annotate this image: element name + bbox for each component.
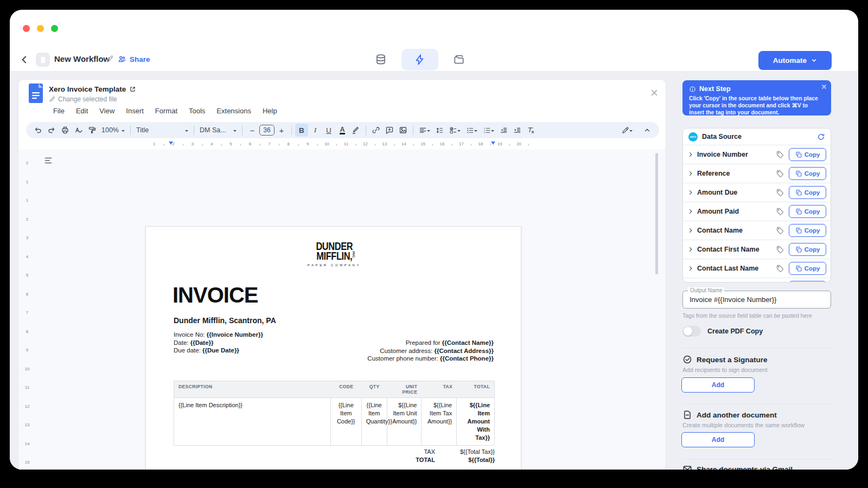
data-source-row[interactable]: Amount Due Copy: [683, 183, 831, 202]
create-pdf-toggle[interactable]: [682, 326, 701, 337]
vertical-scrollbar-thumb[interactable]: [655, 153, 658, 274]
copy-button[interactable]: Copy: [789, 243, 826, 256]
text-color-button[interactable]: A: [336, 124, 349, 137]
add-document-button[interactable]: Add: [681, 432, 755, 447]
italic-button[interactable]: I: [309, 124, 322, 137]
bold-button[interactable]: B: [295, 124, 308, 137]
increase-indent-icon[interactable]: [511, 124, 524, 137]
underline-button[interactable]: U: [322, 124, 335, 137]
copy-button[interactable]: Copy: [789, 167, 826, 180]
decrease-indent-icon[interactable]: [497, 124, 510, 137]
data-source-row[interactable]: Contact Last Name Copy: [683, 259, 831, 278]
copy-button[interactable]: Copy: [789, 186, 826, 199]
tag-icon: [776, 245, 784, 254]
copy-button[interactable]: Copy: [789, 262, 826, 275]
data-source-step-icon[interactable]: [374, 53, 387, 66]
maximize-window-button[interactable]: [51, 25, 58, 32]
chevron-right-icon[interactable]: [687, 170, 694, 177]
info-icon: [689, 86, 696, 93]
refresh-icon[interactable]: [817, 133, 825, 141]
app-window: New Workflow Share Automate Xero Invoice…: [10, 10, 858, 470]
insert-image-icon[interactable]: [397, 124, 410, 137]
checklist-icon[interactable]: [447, 124, 463, 137]
bulleted-list-icon[interactable]: [464, 124, 480, 137]
chevron-right-icon[interactable]: [687, 189, 694, 196]
chevron-right-icon[interactable]: [687, 265, 694, 272]
collapse-toolbar-icon[interactable]: [641, 124, 654, 137]
pencil-icon: [49, 96, 55, 102]
document-page[interactable]: DUNDER MIFFLIN, INC. PAPER COMPANY INVOI…: [145, 226, 521, 470]
change-selected-file-button[interactable]: Change selected file: [49, 95, 117, 103]
zoom-select[interactable]: 100%: [99, 126, 127, 134]
add-signature-button[interactable]: Add: [681, 377, 755, 393]
menu-insert[interactable]: Insert: [126, 107, 144, 115]
close-next-step-icon[interactable]: [821, 84, 827, 90]
menu-help[interactable]: Help: [263, 107, 277, 115]
add-comment-icon[interactable]: [383, 124, 396, 137]
menu-format[interactable]: Format: [155, 107, 177, 115]
menu-tools[interactable]: Tools: [189, 107, 205, 115]
rename-pencil-icon[interactable]: [105, 55, 114, 63]
copy-button[interactable]: Copy: [789, 224, 826, 237]
numbered-list-icon[interactable]: 123: [481, 124, 497, 137]
data-source-row-partial[interactable]: [683, 278, 831, 282]
spellcheck-icon[interactable]: [72, 124, 85, 137]
paragraph-style-select[interactable]: Title: [134, 126, 190, 134]
clear-formatting-icon[interactable]: [525, 124, 538, 137]
menu-extensions[interactable]: Extensions: [216, 107, 251, 115]
data-source-table: xero Data Source Invoice Number Copy Ref…: [682, 128, 831, 282]
menu-view[interactable]: View: [99, 107, 114, 115]
tag-icon: [776, 169, 784, 178]
automation-step-selected[interactable]: [401, 49, 438, 70]
insert-link-icon[interactable]: [369, 124, 382, 137]
increase-font-size-icon[interactable]: +: [275, 124, 288, 137]
file-title-link[interactable]: Xero Invoice Template: [49, 85, 136, 93]
ruler-number: 14: [399, 142, 408, 146]
chevron-right-icon[interactable]: [687, 246, 694, 253]
chevron-right-icon[interactable]: [687, 151, 694, 158]
tax-total-row: TAX ${{Total Tax}}: [174, 448, 495, 455]
undo-icon[interactable]: [31, 124, 44, 137]
next-step-callout: Next Step Click 'Copy' in the source tab…: [682, 80, 831, 115]
menu-edit[interactable]: Edit: [76, 107, 88, 115]
editing-mode-select[interactable]: [617, 124, 636, 137]
document-outline-icon[interactable]: [43, 156, 54, 166]
data-source-row[interactable]: Contact First Name Copy: [683, 240, 831, 259]
create-pdf-row: Create PDF Copy: [682, 326, 763, 337]
ruler-number: 2: [22, 160, 33, 165]
data-source-row[interactable]: Contact Name Copy: [683, 221, 831, 240]
signature-badge-check-icon: [682, 355, 692, 364]
back-button[interactable]: [20, 55, 29, 65]
print-icon[interactable]: [59, 124, 72, 137]
copy-button[interactable]: Copy: [789, 205, 826, 218]
font-select[interactable]: DM Sa...: [197, 126, 239, 134]
window-controls: [23, 25, 58, 32]
decrease-font-size-icon[interactable]: −: [246, 124, 259, 137]
menu-file[interactable]: File: [53, 107, 65, 115]
share-button[interactable]: Share: [118, 55, 150, 63]
indent-marker-right[interactable]: [491, 142, 495, 145]
output-name-field[interactable]: Output Name: [682, 291, 831, 309]
data-source-row[interactable]: Invoice Number Copy: [683, 145, 831, 164]
minimize-window-button[interactable]: [37, 25, 44, 32]
close-window-button[interactable]: [23, 25, 30, 32]
close-document-panel-icon[interactable]: [649, 88, 659, 98]
docs-toolbar: 100% Title DM Sa... − 36 + B I U A: [26, 122, 659, 138]
copy-button[interactable]: [789, 281, 826, 282]
data-source-row[interactable]: Amount Paid Copy: [683, 202, 831, 221]
paint-format-icon[interactable]: [86, 124, 99, 137]
chevron-right-icon[interactable]: [687, 208, 694, 215]
line-spacing-icon[interactable]: [433, 124, 446, 137]
output-folder-step-icon[interactable]: [452, 53, 465, 66]
redo-icon[interactable]: [45, 124, 58, 137]
output-name-input[interactable]: [690, 291, 825, 307]
ruler-number: 4: [207, 142, 216, 146]
copy-button[interactable]: Copy: [789, 148, 826, 161]
font-size-input[interactable]: 36: [259, 125, 275, 136]
chevron-right-icon[interactable]: [687, 227, 694, 234]
highlight-color-icon[interactable]: [349, 124, 362, 137]
data-source-row[interactable]: Reference Copy: [683, 164, 831, 183]
align-select-icon[interactable]: [417, 124, 433, 137]
ruler-number: 19: [495, 142, 504, 146]
automate-button[interactable]: Automate: [758, 51, 832, 70]
